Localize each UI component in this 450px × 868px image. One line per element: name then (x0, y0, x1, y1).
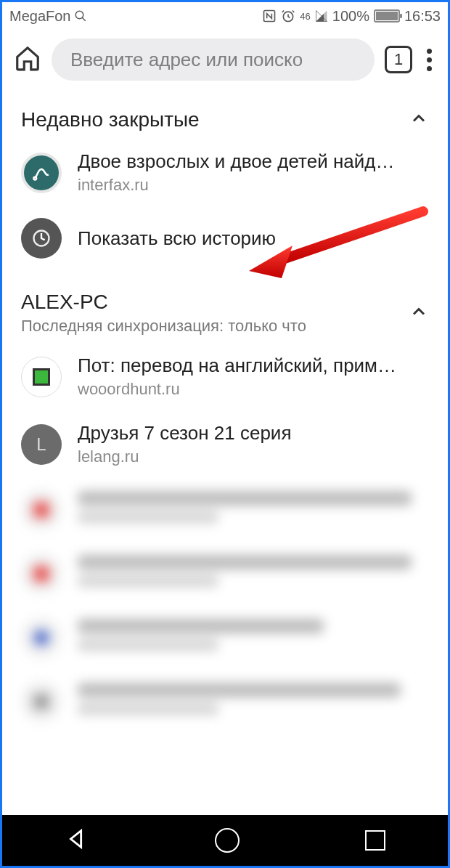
item-domain: interfax.ru (78, 176, 429, 195)
menu-button[interactable] (422, 49, 436, 71)
carrier-label: MegaFon (9, 8, 71, 25)
chevron-up-icon (409, 301, 429, 325)
site-favicon (21, 681, 62, 722)
show-full-history-button[interactable]: Показать всю историю (2, 206, 448, 270)
site-favicon (21, 490, 62, 530)
site-favicon (21, 553, 62, 594)
site-favicon: L (21, 424, 62, 465)
svg-line-1 (82, 17, 86, 21)
section-title: ALEX-PC (21, 291, 306, 314)
list-item-blurred (2, 606, 448, 670)
signal-icon (315, 9, 328, 23)
list-item-blurred (2, 670, 448, 734)
list-item[interactable]: Пот: перевод на английский, прим… wooord… (2, 343, 448, 410)
section-recently-closed-header[interactable]: Недавно закрытые (2, 95, 448, 139)
list-item[interactable]: L Друзья 7 сезон 21 серия lelang.ru (2, 410, 448, 478)
nfc-icon (262, 9, 277, 23)
address-bar[interactable]: Введите адрес или поиско (52, 38, 375, 81)
item-title: Друзья 7 сезон 21 серия (78, 422, 429, 445)
back-button[interactable] (65, 827, 89, 854)
svg-point-4 (33, 177, 36, 179)
section-synced-header[interactable]: ALEX-PC Последняя синхронизация: только … (2, 270, 448, 343)
address-placeholder: Введите адрес или поиско (70, 49, 303, 71)
chevron-up-icon (409, 108, 429, 131)
item-domain: wooordhunt.ru (78, 380, 429, 399)
show-history-label: Показать всю историю (78, 227, 429, 250)
network-type-label: 46 (300, 11, 310, 22)
clock-label: 16:53 (404, 8, 441, 25)
status-bar: MegaFon 46 100% 16:53 (2, 2, 448, 28)
tabs-button[interactable]: 1 (385, 46, 412, 73)
alarm-icon (281, 9, 295, 23)
history-icon (21, 218, 62, 259)
site-favicon (21, 153, 62, 193)
battery-icon (374, 9, 400, 23)
home-nav-button[interactable] (215, 828, 240, 853)
section-subtitle: Последняя синхронизация: только что (21, 317, 306, 336)
list-item[interactable]: Двое взрослых и двое детей найд… interfa… (2, 139, 448, 206)
site-favicon (21, 357, 62, 397)
item-title: Пот: перевод на английский, прим… (78, 354, 429, 377)
tab-count-label: 1 (394, 50, 403, 69)
item-domain: lelang.ru (78, 447, 429, 466)
list-item-blurred (2, 478, 448, 542)
list-item-blurred (2, 542, 448, 606)
search-icon (74, 9, 87, 23)
site-favicon (21, 617, 62, 658)
browser-toolbar: Введите адрес или поиско 1 (2, 28, 448, 95)
item-title: Двое взрослых и двое детей найд… (78, 150, 429, 173)
home-button[interactable] (14, 44, 41, 75)
battery-percent-label: 100% (332, 8, 369, 25)
system-nav-bar (2, 815, 448, 866)
recent-apps-button[interactable] (365, 830, 385, 851)
svg-marker-9 (71, 831, 81, 848)
svg-point-0 (75, 11, 83, 19)
section-title: Недавно закрытые (21, 108, 200, 131)
